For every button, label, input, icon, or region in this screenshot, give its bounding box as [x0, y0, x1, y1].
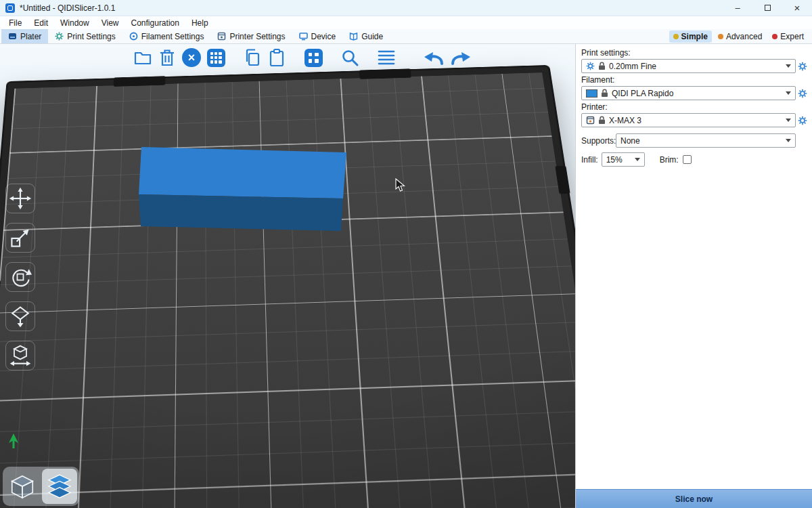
settings-sidebar: Print settings: 0.20mm Fine Filament: QI… [575, 44, 812, 508]
tab-filament-settings[interactable]: Filament Settings [122, 29, 211, 43]
mode-expert[interactable]: Expert [768, 30, 808, 43]
gear-icon [798, 116, 807, 125]
mode-simple[interactable]: Simple [669, 30, 712, 43]
move-gizmo-button[interactable] [5, 184, 35, 213]
paste-button[interactable] [267, 47, 287, 68]
tab-label: Guide [361, 32, 383, 41]
trash-icon [158, 48, 176, 67]
mode-advanced[interactable]: Advanced [714, 30, 766, 43]
tab-label: Printer Settings [229, 32, 285, 41]
redo-icon [450, 49, 472, 66]
delete-all-icon: × [182, 48, 201, 67]
viewport-toolbar: × [133, 47, 472, 68]
rotate-gizmo-button[interactable] [5, 262, 35, 292]
print-settings-gear-button[interactable] [796, 62, 809, 71]
printer-icon [217, 32, 226, 41]
menu-window[interactable]: Window [54, 18, 95, 28]
expert-mode-dot-icon [772, 34, 777, 39]
gear-icon [586, 62, 595, 70]
printer-label: Printer: [581, 102, 809, 112]
search-icon [340, 48, 359, 67]
close-button[interactable]: × [782, 0, 812, 16]
bed-clip [0, 280, 1, 312]
mode-label: Simple [681, 32, 708, 41]
lock-icon [598, 116, 606, 125]
copy-button[interactable] [242, 47, 263, 68]
minimize-icon: – [735, 3, 740, 13]
tab-label: Print Settings [67, 32, 115, 41]
gizmo-toolbar [5, 184, 35, 371]
mode-switcher: Simple Advanced Expert [669, 29, 812, 43]
arrange-icon [207, 49, 225, 67]
menu-edit[interactable]: Edit [28, 18, 54, 28]
device-icon [299, 32, 308, 41]
scale-gizmo-button[interactable] [5, 223, 35, 253]
delete-button[interactable] [157, 47, 177, 68]
y-axis-arrow-icon [8, 433, 19, 448]
print-settings-row: 0.20mm Fine [581, 59, 809, 73]
lock-icon [598, 62, 606, 70]
menu-bar: File Edit Window View Configuration Help [0, 16, 812, 29]
lock-icon [601, 89, 608, 98]
scale-icon [8, 226, 32, 250]
undo-button[interactable] [422, 47, 445, 68]
filament-combo[interactable]: QIDI PLA Rapido [581, 86, 796, 100]
tab-label: Device [311, 32, 336, 41]
tab-label: Filament Settings [141, 32, 204, 41]
maximize-button[interactable] [752, 0, 782, 16]
printer-value: X-MAX 3 [609, 116, 782, 125]
tab-guide[interactable]: Guide [342, 29, 390, 43]
3d-editor-view-button[interactable] [5, 469, 40, 504]
gear-icon [798, 62, 807, 71]
main-area: × [0, 44, 812, 508]
filament-value: QIDI PLA Rapido [612, 89, 782, 98]
titlebar: *Untitled - QIDISlicer-1.0.1 – × [0, 0, 812, 16]
redo-button[interactable] [449, 47, 472, 68]
chevron-down-icon [786, 119, 791, 122]
tab-printer-settings[interactable]: Printer Settings [210, 29, 292, 43]
chevron-down-icon [786, 139, 791, 142]
tab-plater[interactable]: Plater [1, 29, 48, 43]
preview-layers-view-button[interactable] [42, 469, 77, 504]
supports-row: Supports: None [581, 133, 809, 148]
minimize-button[interactable]: – [723, 0, 752, 16]
measure-icon [8, 343, 32, 368]
measure-gizmo-button[interactable] [5, 341, 35, 371]
infill-combo[interactable]: 15% [602, 152, 645, 167]
printer-combo[interactable]: X-MAX 3 [581, 113, 796, 127]
menu-file[interactable]: File [3, 18, 28, 28]
delete-all-button[interactable]: × [181, 47, 202, 68]
supports-value: None [621, 136, 782, 146]
tab-device[interactable]: Device [292, 29, 343, 43]
infill-brim-row: Infill: 15% Brim: [581, 152, 809, 167]
arrange-button[interactable] [206, 47, 226, 68]
print-settings-label: Print settings: [581, 48, 809, 58]
maximize-icon [765, 5, 771, 11]
mode-label: Expert [780, 32, 804, 41]
3d-viewport[interactable]: × [0, 44, 575, 508]
print-bed[interactable] [0, 66, 575, 508]
printer-gear-button[interactable] [796, 116, 809, 125]
chevron-down-icon [635, 158, 640, 161]
variable-layer-height-button[interactable] [376, 47, 397, 68]
split-objects-button[interactable] [303, 47, 323, 68]
filament-label: Filament: [581, 75, 809, 85]
slice-now-button[interactable]: Slice now [576, 489, 812, 508]
open-button[interactable] [133, 47, 153, 68]
supports-combo[interactable]: None [616, 133, 796, 148]
tab-bar: Plater Print Settings Filament Settings … [0, 29, 812, 44]
brim-label: Brim: [660, 155, 679, 165]
brim-checkbox[interactable] [683, 155, 692, 164]
print-settings-value: 0.20mm Fine [609, 62, 782, 71]
printer-icon [586, 116, 595, 125]
chevron-down-icon [786, 91, 791, 95]
search-button[interactable] [340, 47, 360, 68]
menu-help[interactable]: Help [185, 18, 215, 28]
print-settings-combo[interactable]: 0.20mm Fine [581, 59, 796, 73]
menu-configuration[interactable]: Configuration [125, 18, 185, 28]
place-on-face-gizmo-button[interactable] [5, 301, 35, 331]
copy-icon [244, 48, 261, 67]
filament-gear-button[interactable] [796, 89, 809, 98]
menu-view[interactable]: View [95, 18, 125, 28]
tab-print-settings[interactable]: Print Settings [48, 29, 122, 43]
